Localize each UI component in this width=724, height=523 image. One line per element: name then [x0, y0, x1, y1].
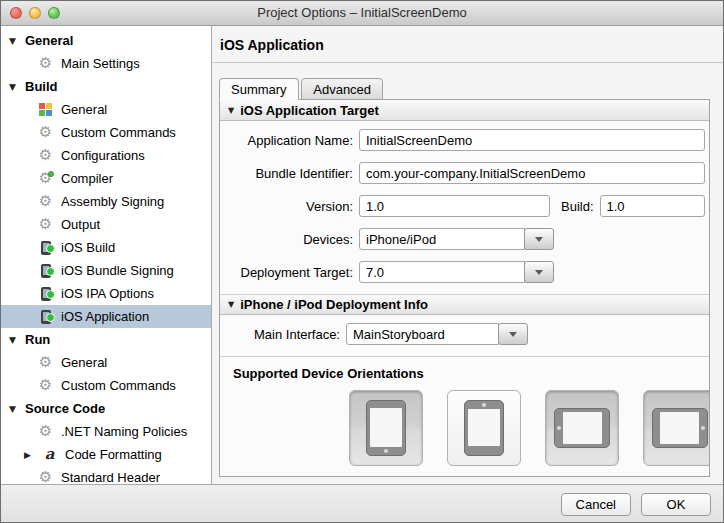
sidebar-group-label: Run [25, 332, 50, 347]
disclosure-down-icon[interactable]: ▼ [9, 335, 19, 345]
form-row: Devices: [220, 228, 709, 250]
gear-icon: ⚙ [37, 423, 54, 440]
bundle-identifier-input[interactable] [359, 162, 705, 184]
sidebar-item-label: Compiler [61, 171, 113, 186]
sidebar-item-run-general[interactable]: ⚙ General [1, 351, 211, 374]
ios-phone-icon [37, 285, 54, 302]
main-interface-dropdown-button[interactable] [498, 323, 528, 345]
sidebar-item-label: iOS IPA Options [61, 286, 154, 301]
sidebar-item-ios-bundle-signing[interactable]: iOS Bundle Signing [1, 259, 211, 282]
orientation-landscape-left-button[interactable] [545, 390, 619, 466]
deployment-target-input[interactable] [359, 261, 525, 283]
traffic-lights [10, 7, 60, 19]
sidebar-item-ios-application[interactable]: iOS Application [1, 305, 211, 328]
sidebar-item-label: General [61, 102, 107, 117]
chevron-down-icon [509, 332, 517, 341]
sidebar-item-label: iOS Build [61, 240, 115, 255]
sidebar-item-label: .NET Naming Policies [61, 424, 187, 439]
deployment-target-combobox [359, 261, 554, 283]
sidebar: ▼ General ⚙ Main Settings ▼ Build Genera… [1, 26, 212, 484]
zoom-button[interactable] [48, 7, 60, 19]
summary-tab-content: ▼ iOS Application Target Application Nam… [219, 99, 710, 477]
sidebar-item-code-formatting[interactable]: ▶ a Code Formatting [1, 443, 211, 466]
minimize-button[interactable] [29, 7, 41, 19]
deployment-target-label: Deployment Target: [220, 265, 353, 280]
sidebar-item-ios-build[interactable]: iOS Build [1, 236, 211, 259]
sidebar-item-net-naming-policies[interactable]: ⚙ .NET Naming Policies [1, 420, 211, 443]
disclosure-down-icon: ▼ [228, 300, 234, 309]
sidebar-item-label: Custom Commands [61, 125, 176, 140]
devices-input[interactable] [359, 228, 525, 250]
orientation-upside-down-button[interactable] [447, 390, 521, 466]
gear-icon: ⚙ [37, 193, 54, 210]
tab-summary[interactable]: Summary [219, 78, 299, 100]
titlebar: Project Options – InitialScreenDemo [1, 1, 723, 26]
section-title: iOS Application Target [240, 103, 379, 118]
title-separator [212, 62, 723, 63]
form-row: Application Name: [220, 129, 709, 151]
gear-icon: ⚙ [37, 124, 54, 141]
sidebar-item-label: Configurations [61, 148, 145, 163]
sidebar-item-configurations[interactable]: ⚙ Configurations [1, 144, 211, 167]
sidebar-item-compiler[interactable]: ⚙ Compiler [1, 167, 211, 190]
sidebar-group-label: Source Code [25, 401, 105, 416]
disclosure-right-icon[interactable]: ▶ [24, 450, 34, 460]
compiler-icon: ⚙ [37, 170, 54, 187]
sidebar-item-main-settings[interactable]: ⚙ Main Settings [1, 52, 211, 75]
page-title: iOS Application [212, 26, 723, 62]
sidebar-group-source-code[interactable]: ▼ Source Code [1, 397, 211, 420]
orientation-landscape-right-button[interactable] [643, 390, 710, 466]
ios-phone-icon [37, 262, 54, 279]
sidebar-item-label: Code Formatting [65, 447, 162, 462]
phone-portrait-icon [366, 400, 406, 456]
sidebar-item-standard-header[interactable]: ⚙ Standard Header [1, 466, 211, 484]
gear-icon: ⚙ [37, 469, 54, 484]
disclosure-down-icon[interactable]: ▼ [9, 404, 19, 414]
sidebar-group-run[interactable]: ▼ Run [1, 328, 211, 351]
chevron-down-icon [535, 237, 543, 246]
sidebar-group-general[interactable]: ▼ General [1, 29, 211, 52]
sidebar-item-label: iOS Bundle Signing [61, 263, 174, 278]
disclosure-down-icon[interactable]: ▼ [9, 82, 19, 92]
sidebar-item-build-general[interactable]: General [1, 98, 211, 121]
ok-button[interactable]: OK [641, 493, 711, 516]
sidebar-item-label: Main Settings [61, 56, 140, 71]
sidebar-item-ios-ipa-options[interactable]: iOS IPA Options [1, 282, 211, 305]
gear-icon: ⚙ [37, 377, 54, 394]
close-button[interactable] [10, 7, 22, 19]
disclosure-down-icon[interactable]: ▼ [9, 36, 19, 46]
version-label: Version: [220, 199, 353, 214]
section-ios-application-target[interactable]: ▼ iOS Application Target [220, 100, 709, 121]
main-interface-input[interactable] [346, 323, 499, 345]
chevron-down-icon [535, 270, 543, 279]
form-row: Deployment Target: [220, 261, 709, 283]
sidebar-item-label: General [61, 355, 107, 370]
sidebar-group-build[interactable]: ▼ Build [1, 75, 211, 98]
sidebar-group-label: General [25, 33, 73, 48]
code-formatting-icon: a [41, 446, 58, 463]
sidebar-item-label: Custom Commands [61, 378, 176, 393]
deployment-target-dropdown-button[interactable] [524, 261, 554, 283]
section-iphone-ipod-deployment-info[interactable]: ▼ iPhone / iPod Deployment Info [220, 294, 709, 315]
build-blocks-icon [37, 101, 54, 118]
dialog-footer: Cancel OK [1, 484, 723, 523]
build-label: Build: [561, 199, 594, 214]
disclosure-down-icon: ▼ [228, 106, 234, 115]
devices-label: Devices: [220, 232, 353, 247]
application-name-input[interactable] [359, 129, 705, 151]
version-input[interactable] [359, 195, 550, 217]
gear-icon: ⚙ [37, 354, 54, 371]
build-input[interactable] [600, 195, 705, 217]
orientation-portrait-button[interactable] [349, 390, 423, 466]
sidebar-item-label: iOS Application [61, 309, 149, 324]
supported-device-orientations: Supported Device Orientations [220, 356, 709, 466]
tab-bar: Summary Advanced [219, 78, 723, 100]
sidebar-item-run-custom-commands[interactable]: ⚙ Custom Commands [1, 374, 211, 397]
tab-advanced[interactable]: Advanced [301, 78, 383, 100]
sidebar-item-label: Output [61, 217, 100, 232]
devices-dropdown-button[interactable] [524, 228, 554, 250]
sidebar-item-output[interactable]: ⚙ Output [1, 213, 211, 236]
sidebar-item-custom-commands[interactable]: ⚙ Custom Commands [1, 121, 211, 144]
sidebar-item-assembly-signing[interactable]: ⚙ Assembly Signing [1, 190, 211, 213]
cancel-button[interactable]: Cancel [561, 493, 631, 516]
